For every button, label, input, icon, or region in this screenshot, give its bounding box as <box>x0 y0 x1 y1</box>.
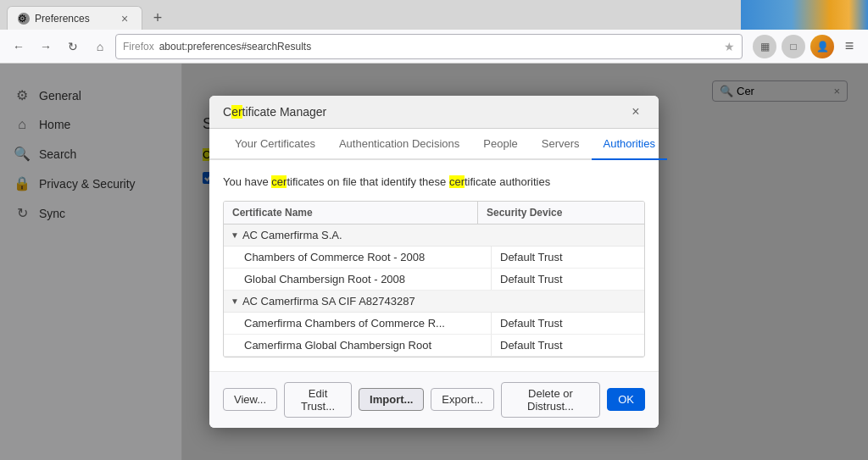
tab-bar: ⚙ Preferences × + <box>0 0 868 30</box>
cert-row-name: Global Chambersign Root - 2008 <box>224 269 492 290</box>
export-button[interactable]: Export... <box>431 388 493 411</box>
back-button[interactable]: ← <box>7 35 31 58</box>
dialog-titlebar: Certificate Manager × <box>209 96 659 129</box>
content-area: ⚙ General ⌂ Home 🔍 Search 🔒 Privacy & Se… <box>0 64 868 460</box>
cert-row-device: Default Trust <box>492 313 644 334</box>
cert-group-2[interactable]: ▼ AC Camerfirma SA CIF A82743287 <box>224 291 644 313</box>
dialog-description: You have certificates on file that ident… <box>223 174 645 191</box>
table-row[interactable]: Chambers of Commerce Root - 2008 Default… <box>224 247 644 269</box>
expand-arrow-icon: ▼ <box>231 230 239 240</box>
cert-row-name: Camerfirma Chambers of Commerce R... <box>224 313 492 334</box>
dialog-title-rest: tificate Manager <box>242 105 327 119</box>
tab-your-certificates[interactable]: Your Certificates <box>223 129 327 160</box>
bookmark-star-icon[interactable]: ★ <box>724 40 735 53</box>
dialog-body: You have certificates on file that ident… <box>209 160 659 371</box>
nav-bar: ← → ↻ ⌂ Firefox about:preferences#search… <box>0 30 868 64</box>
tab-authentication-decisions[interactable]: Authentication Decisions <box>327 129 471 160</box>
ok-area: OK <box>607 388 645 411</box>
desc-mid: tificates on file that identify these <box>287 175 449 188</box>
new-tab-button[interactable]: + <box>146 6 170 30</box>
dialog-title-plain: C <box>223 105 231 119</box>
cert-row-name: Camerfirma Global Chambersign Root <box>224 335 492 356</box>
tab-close-button[interactable]: × <box>118 12 131 25</box>
view-button[interactable]: View... <box>223 388 277 411</box>
dialog-actions: View... Edit Trust... Import... Export..… <box>209 371 659 428</box>
user-avatar-icon[interactable]: 👤 <box>810 35 834 58</box>
cert-group-2-name: AC Camerfirma SA CIF A82743287 <box>242 295 415 308</box>
desc-hl1: cer <box>271 175 287 188</box>
ok-button[interactable]: OK <box>607 388 645 411</box>
tab-favicon: ⚙ <box>18 13 30 25</box>
home-button[interactable]: ⌂ <box>88 35 112 58</box>
certificate-manager-dialog: Certificate Manager × Your Certificates … <box>209 96 659 428</box>
table-row[interactable]: Global Chambersign Root - 2008 Default T… <box>224 269 644 291</box>
tab-authorities[interactable]: Authorities <box>592 129 667 160</box>
cert-row-name: Chambers of Commerce Root - 2008 <box>224 247 492 268</box>
table-header: Certificate Name Security Device <box>224 202 644 224</box>
desc-pre: You have <box>223 175 271 188</box>
browser-window: ⚙ Preferences × + ← → ↻ ⌂ Firefox about:… <box>0 0 868 460</box>
preferences-tab[interactable]: ⚙ Preferences × <box>7 6 142 30</box>
delete-button[interactable]: Delete or Distrust... <box>501 382 600 418</box>
table-row[interactable]: Camerfirma Chambers of Commerce R... Def… <box>224 313 644 335</box>
toolbar-icons: ▦ □ 👤 <box>753 35 834 58</box>
modal-overlay: Certificate Manager × Your Certificates … <box>0 64 868 460</box>
tab-people[interactable]: People <box>471 129 529 160</box>
dialog-title-highlight: er <box>231 105 242 119</box>
desc-hl2: cer <box>449 175 465 188</box>
forward-button[interactable]: → <box>34 35 58 58</box>
col-scroll-placeholder <box>631 202 644 224</box>
col-security-device: Security Device <box>478 202 631 224</box>
cert-group-1[interactable]: ▼ AC Camerfirma S.A. <box>224 224 644 247</box>
table-row[interactable]: Camerfirma Global Chambersign Root Defau… <box>224 335 644 357</box>
cert-row-device: Default Trust <box>492 269 644 290</box>
expand-arrow-icon-2: ▼ <box>231 297 239 306</box>
dialog-tabs: Your Certificates Authentication Decisio… <box>209 129 659 160</box>
cert-group-1-name: AC Camerfirma S.A. <box>242 229 342 241</box>
table-body[interactable]: ▼ AC Camerfirma S.A. Chambers of Commerc… <box>224 224 644 357</box>
tab-label: Preferences <box>35 13 113 25</box>
url-protocol-icon: Firefox <box>123 41 154 53</box>
url-text: about:preferences#searchResults <box>159 41 719 53</box>
reload-button[interactable]: ↻ <box>61 35 85 58</box>
edit-trust-button[interactable]: Edit Trust... <box>284 382 352 418</box>
desc-post: tificate authorities <box>465 175 550 188</box>
tab-servers[interactable]: Servers <box>530 129 592 160</box>
hamburger-menu-button[interactable]: ≡ <box>837 35 861 58</box>
dialog-close-button[interactable]: × <box>626 103 645 121</box>
toolbar-icon-1[interactable]: ▦ <box>753 35 776 58</box>
certificate-table: Certificate Name Security Device ▼ AC Ca… <box>223 201 645 357</box>
url-bar[interactable]: Firefox about:preferences#searchResults … <box>115 34 743 59</box>
import-button[interactable]: Import... <box>359 388 424 411</box>
cert-row-device: Default Trust <box>492 335 644 356</box>
col-certificate-name: Certificate Name <box>224 202 478 224</box>
cert-row-device: Default Trust <box>492 247 644 268</box>
dialog-title: Certificate Manager <box>223 105 326 119</box>
toolbar-icon-2[interactable]: □ <box>782 35 805 58</box>
